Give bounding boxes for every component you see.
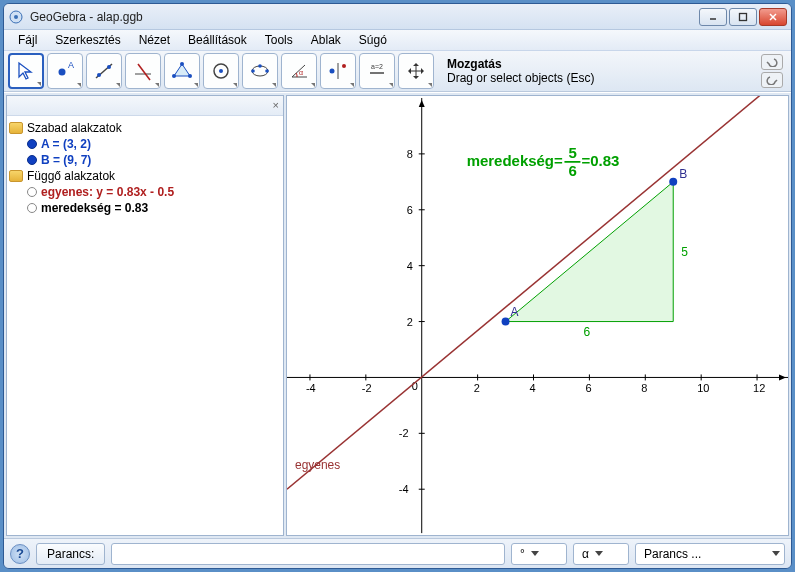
svg-point-22 (265, 69, 269, 73)
algebra-view: × Szabad alakzatok A = (3, 2) B = (9, 7)… (6, 95, 284, 536)
chevron-down-icon (772, 551, 780, 556)
svg-text:5: 5 (568, 144, 576, 161)
item-slope[interactable]: meredekség = 0.83 (9, 200, 281, 216)
alpha-dropdown[interactable]: α (573, 543, 629, 565)
close-button[interactable] (759, 8, 787, 26)
item-a-value: A = (3, 2) (41, 137, 91, 151)
item-line[interactable]: egyenes: y = 0.83x - 0.5 (9, 184, 281, 200)
redo-icon (765, 75, 779, 85)
folder-dep-label: Függő alakzatok (27, 169, 115, 183)
item-a[interactable]: A = (3, 2) (9, 136, 281, 152)
svg-marker-34 (419, 100, 425, 107)
folder-icon (9, 122, 23, 134)
svg-text:=0.83: =0.83 (581, 152, 619, 169)
visibility-dot[interactable] (27, 187, 37, 197)
svg-text:meredekség=: meredekség= (467, 152, 563, 169)
svg-text:12: 12 (753, 382, 765, 394)
tool-title: Mozgatás (447, 57, 748, 71)
perp-icon (132, 60, 154, 82)
svg-text:4: 4 (530, 382, 536, 394)
tool-slider[interactable]: a=2 (359, 53, 395, 89)
tool-circle[interactable] (203, 53, 239, 89)
command-label[interactable]: Parancs: (36, 543, 105, 565)
visibility-dot[interactable] (27, 139, 37, 149)
point-a[interactable] (502, 317, 510, 325)
item-slope-value: meredekség = 0.83 (41, 201, 148, 215)
main-body: × Szabad alakzatok A = (3, 2) B = (9, 7)… (4, 92, 791, 538)
svg-text:-2: -2 (399, 427, 409, 439)
maximize-button[interactable] (729, 8, 757, 26)
window-buttons (699, 8, 787, 26)
app-icon (8, 9, 24, 25)
visibility-dot[interactable] (27, 155, 37, 165)
tool-line[interactable] (86, 53, 122, 89)
svg-point-20 (251, 69, 255, 73)
svg-point-15 (188, 74, 192, 78)
folder-icon (9, 170, 23, 182)
graph-canvas[interactable]: -4-224681012 -4-22468 0 egyenes 6 5 mere… (287, 96, 788, 535)
svg-point-16 (172, 74, 176, 78)
command-input[interactable] (111, 543, 505, 565)
tool-perpendicular[interactable] (125, 53, 161, 89)
slope-triangle[interactable] (506, 182, 674, 322)
menu-view[interactable]: Nézet (131, 31, 178, 49)
svg-text:a=2: a=2 (371, 63, 383, 70)
item-line-value: egyenes: y = 0.83x - 0.5 (41, 185, 174, 199)
menu-options[interactable]: Beállítások (180, 31, 255, 49)
undo-button[interactable] (761, 54, 783, 70)
chevron-down-icon (531, 551, 539, 556)
title-bar[interactable]: GeoGebra - alap.ggb (4, 4, 791, 30)
line-icon (93, 60, 115, 82)
svg-text:A: A (68, 60, 74, 70)
menu-edit[interactable]: Szerkesztés (47, 31, 128, 49)
folder-free[interactable]: Szabad alakzatok (9, 120, 281, 136)
degree-dropdown[interactable]: ° (511, 543, 567, 565)
tool-hint: Drag or select objects (Esc) (447, 71, 594, 85)
tool-transform[interactable] (320, 53, 356, 89)
tool-move-view[interactable] (398, 53, 434, 89)
menu-help[interactable]: Súgó (351, 31, 395, 49)
tool-conic[interactable] (242, 53, 278, 89)
polygon-icon (171, 60, 193, 82)
command-dropdown[interactable]: Parancs ... (635, 543, 785, 565)
svg-point-18 (219, 69, 223, 73)
tool-angle[interactable]: α (281, 53, 317, 89)
minimize-button[interactable] (699, 8, 727, 26)
window-title: GeoGebra - alap.ggb (30, 10, 699, 24)
redo-button[interactable] (761, 72, 783, 88)
point-b[interactable] (669, 178, 677, 186)
point-icon: A (54, 60, 76, 82)
tool-description: Mozgatás Drag or select objects (Esc) (437, 55, 758, 87)
item-b[interactable]: B = (9, 7) (9, 152, 281, 168)
help-button[interactable]: ? (10, 544, 30, 564)
conic-icon (249, 60, 271, 82)
menu-tools[interactable]: Tools (257, 31, 301, 49)
reflect-icon (327, 60, 349, 82)
tool-polygon[interactable] (164, 53, 200, 89)
rise-label: 5 (681, 245, 688, 259)
undo-icon (765, 57, 779, 67)
svg-point-25 (330, 68, 335, 73)
svg-text:10: 10 (697, 382, 709, 394)
point-b-label: B (679, 167, 687, 181)
menu-window[interactable]: Ablak (303, 31, 349, 49)
svg-text:2: 2 (474, 382, 480, 394)
tool-point[interactable]: A (47, 53, 83, 89)
tool-move[interactable] (8, 53, 44, 89)
menu-file[interactable]: Fájl (10, 31, 45, 49)
algebra-tree[interactable]: Szabad alakzatok A = (3, 2) B = (9, 7) F… (7, 116, 283, 220)
slope-formula: meredekség= 5 6 =0.83 (467, 144, 620, 179)
slider-icon: a=2 (366, 60, 388, 82)
graphics-view[interactable]: -4-224681012 -4-22468 0 egyenes 6 5 mere… (286, 95, 789, 536)
svg-text:8: 8 (407, 148, 413, 160)
angle-icon: α (288, 60, 310, 82)
app-window: GeoGebra - alap.ggb Fájl Szerkesztés Néz… (3, 3, 792, 569)
algebra-close[interactable]: × (273, 99, 279, 111)
folder-dependent[interactable]: Függő alakzatok (9, 168, 281, 184)
tool-bar: A α a=2 Mozgatás Drag or select objects … (4, 51, 791, 92)
svg-point-9 (97, 73, 101, 77)
visibility-dot[interactable] (27, 203, 37, 213)
svg-point-21 (258, 64, 262, 68)
svg-text:2: 2 (407, 315, 413, 327)
svg-point-14 (180, 62, 184, 66)
